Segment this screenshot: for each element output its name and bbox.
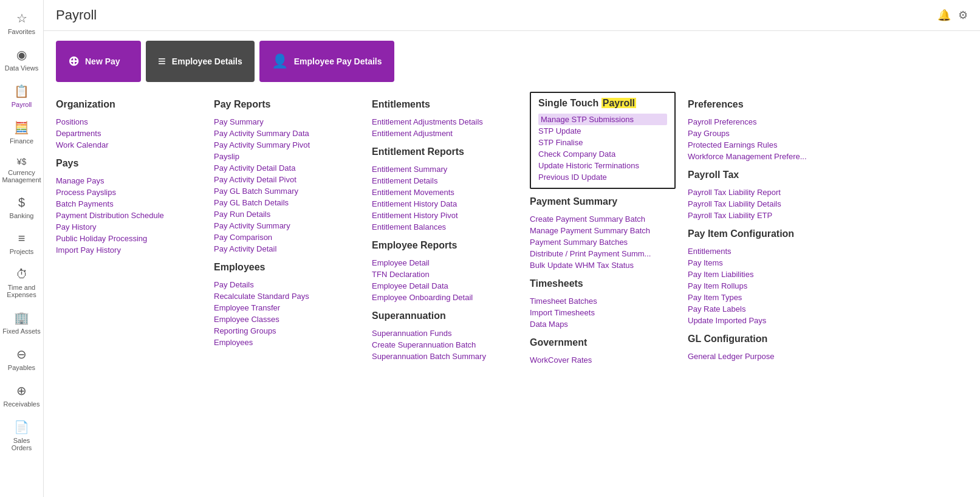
section-title-superannuation: Superannuation bbox=[372, 310, 518, 321]
link-public-holiday[interactable]: Public Holiday Processing bbox=[56, 233, 202, 244]
link-previous-id-update[interactable]: Previous ID Update bbox=[538, 171, 667, 183]
link-pay-activity-detail-pivot[interactable]: Pay Activity Detail Pivot bbox=[214, 174, 360, 185]
new-pay-icon: ⊕ bbox=[68, 53, 79, 69]
link-pay-rate-labels[interactable]: Pay Rate Labels bbox=[688, 303, 834, 315]
sidebar-item-finance[interactable]: 🧮 Finance bbox=[0, 114, 43, 151]
link-pay-items[interactable]: Pay Items bbox=[688, 257, 834, 269]
sidebar-item-favorites[interactable]: ☆ Favorites bbox=[0, 5, 43, 41]
notification-icon[interactable]: 🔔 bbox=[937, 9, 951, 22]
payables-icon: ⊖ bbox=[16, 347, 27, 362]
link-pay-history[interactable]: Pay History bbox=[56, 221, 202, 233]
link-import-pay-history[interactable]: Import Pay History bbox=[56, 244, 202, 256]
link-protected-earnings-rules[interactable]: Protected Earnings Rules bbox=[688, 139, 834, 151]
link-payroll-tax-liability-details[interactable]: Payroll Tax Liability Details bbox=[688, 198, 834, 210]
link-workcover-rates[interactable]: WorkCover Rates bbox=[530, 354, 676, 366]
link-data-maps[interactable]: Data Maps bbox=[530, 318, 676, 330]
link-pay-activity-summary[interactable]: Pay Activity Summary bbox=[214, 220, 360, 231]
link-pay-groups[interactable]: Pay Groups bbox=[688, 128, 834, 139]
link-update-imported-pays[interactable]: Update Imported Pays bbox=[688, 315, 834, 326]
link-pay-activity-summary-data[interactable]: Pay Activity Summary Data bbox=[214, 128, 360, 139]
link-pay-item-liabilities[interactable]: Pay Item Liabilities bbox=[688, 269, 834, 280]
link-entitlement-balances[interactable]: Entitlement Balances bbox=[372, 221, 518, 233]
link-pay-run-details[interactable]: Pay Run Details bbox=[214, 208, 360, 220]
stp-highlight: Payroll bbox=[601, 98, 636, 108]
link-payroll-tax-liability-etp[interactable]: Payroll Tax Liability ETP bbox=[688, 210, 834, 221]
link-distribute-print-payment[interactable]: Distribute / Print Payment Summ... bbox=[530, 248, 676, 259]
link-pay-item-types[interactable]: Pay Item Types bbox=[688, 292, 834, 303]
link-employee-detail[interactable]: Employee Detail bbox=[372, 257, 518, 269]
link-entitlement-movements[interactable]: Entitlement Movements bbox=[372, 187, 518, 198]
link-process-payslips[interactable]: Process Payslips bbox=[56, 187, 202, 198]
link-manage-stp-submissions[interactable]: Manage STP Submissions bbox=[538, 114, 667, 125]
employee-details-button[interactable]: ≡ Employee Details bbox=[146, 41, 255, 82]
link-manage-payment-summary-batch[interactable]: Manage Payment Summary Batch bbox=[530, 225, 676, 236]
link-bulk-update-whm[interactable]: Bulk Update WHM Tax Status bbox=[530, 259, 676, 271]
link-create-payment-summary-batch[interactable]: Create Payment Summary Batch bbox=[530, 213, 676, 225]
link-reporting-groups[interactable]: Reporting Groups bbox=[214, 325, 360, 337]
sidebar-item-label: Fixed Assets bbox=[2, 327, 40, 335]
link-stp-finalise[interactable]: STP Finalise bbox=[538, 137, 667, 148]
stp-box: Single Touch Payroll Manage STP Submissi… bbox=[530, 92, 676, 189]
link-create-super-batch[interactable]: Create Superannuation Batch bbox=[372, 339, 518, 351]
link-import-timesheets[interactable]: Import Timesheets bbox=[530, 307, 676, 318]
link-pay-comparison[interactable]: Pay Comparison bbox=[214, 231, 360, 243]
link-entitlement-summary[interactable]: Entitlement Summary bbox=[372, 163, 518, 175]
sidebar-item-payables[interactable]: ⊖ Payables bbox=[0, 341, 43, 377]
link-pay-gl-batch-details[interactable]: Pay GL Batch Details bbox=[214, 197, 360, 208]
link-payroll-tax-liability-report[interactable]: Payroll Tax Liability Report bbox=[688, 187, 834, 198]
link-payment-summary-batches[interactable]: Payment Summary Batches bbox=[530, 236, 676, 248]
link-tfn-declaration[interactable]: TFN Declaration bbox=[372, 269, 518, 280]
link-super-funds[interactable]: Superannuation Funds bbox=[372, 327, 518, 339]
link-employee-onboarding[interactable]: Employee Onboarding Detail bbox=[372, 292, 518, 303]
section-title-employees: Employees bbox=[214, 262, 360, 273]
sidebar-item-currency[interactable]: ¥$ Currency Management bbox=[0, 151, 43, 190]
link-pic-entitlements[interactable]: Entitlements bbox=[688, 245, 834, 257]
link-pay-activity-detail-data[interactable]: Pay Activity Detail Data bbox=[214, 162, 360, 174]
link-payroll-preferences[interactable]: Payroll Preferences bbox=[688, 116, 834, 128]
link-employee-detail-data[interactable]: Employee Detail Data bbox=[372, 280, 518, 292]
link-positions[interactable]: Positions bbox=[56, 116, 202, 128]
link-pay-summary[interactable]: Pay Summary bbox=[214, 116, 360, 128]
link-pay-item-rollups[interactable]: Pay Item Rollups bbox=[688, 280, 834, 292]
sidebar-item-projects[interactable]: ≡ Projects bbox=[0, 225, 43, 261]
link-stp-update[interactable]: STP Update bbox=[538, 125, 667, 137]
link-general-ledger-purpose[interactable]: General Ledger Purpose bbox=[688, 351, 834, 362]
link-employees[interactable]: Employees bbox=[214, 337, 360, 348]
sidebar: ☆ Favorites ◉ Data Views 📋 Payroll 🧮 Fin… bbox=[0, 0, 44, 497]
link-entitlement-adjustment[interactable]: Entitlement Adjustment bbox=[372, 128, 518, 139]
link-payslip[interactable]: Payslip bbox=[214, 151, 360, 162]
link-check-company-data[interactable]: Check Company Data bbox=[538, 148, 667, 160]
link-batch-payments[interactable]: Batch Payments bbox=[56, 198, 202, 210]
link-workforce-management[interactable]: Workforce Management Prefere... bbox=[688, 151, 834, 162]
new-pay-button[interactable]: ⊕ New Pay bbox=[56, 41, 141, 82]
link-timesheet-batches[interactable]: Timesheet Batches bbox=[530, 295, 676, 307]
link-work-calendar[interactable]: Work Calendar bbox=[56, 139, 202, 151]
sidebar-item-banking[interactable]: $ Banking bbox=[0, 190, 43, 225]
sidebar-item-label: Favorites bbox=[8, 28, 35, 35]
link-employee-transfer[interactable]: Employee Transfer bbox=[214, 302, 360, 314]
link-pay-details[interactable]: Pay Details bbox=[214, 279, 360, 290]
link-pay-activity-detail[interactable]: Pay Activity Detail bbox=[214, 243, 360, 255]
link-employee-classes[interactable]: Employee Classes bbox=[214, 314, 360, 325]
employee-pay-details-button[interactable]: 👤 Employee Pay Details bbox=[259, 41, 394, 82]
link-pay-activity-summary-pivot[interactable]: Pay Activity Summary Pivot bbox=[214, 139, 360, 151]
sidebar-item-time-expenses[interactable]: ⏱ Time and Expenses bbox=[0, 261, 43, 304]
link-entitlement-history-data[interactable]: Entitlement History Data bbox=[372, 198, 518, 210]
link-super-batch-summary[interactable]: Superannuation Batch Summary bbox=[372, 351, 518, 362]
link-entitlement-details[interactable]: Entitlement Details bbox=[372, 175, 518, 187]
sidebar-item-payroll[interactable]: 📋 Payroll bbox=[0, 78, 43, 114]
link-entitlement-history-pivot[interactable]: Entitlement History Pivot bbox=[372, 210, 518, 221]
link-payment-distribution[interactable]: Payment Distribution Schedule bbox=[56, 210, 202, 221]
sidebar-item-receivables[interactable]: ⊕ Receivables bbox=[0, 377, 43, 414]
link-manage-pays[interactable]: Manage Pays bbox=[56, 175, 202, 187]
link-entitlement-adj-details[interactable]: Entitlement Adjustments Details bbox=[372, 116, 518, 128]
settings-icon[interactable]: ⚙ bbox=[958, 9, 968, 22]
link-update-historic-terminations[interactable]: Update Historic Terminations bbox=[538, 160, 667, 171]
link-recalculate-standard-pays[interactable]: Recalculate Standard Pays bbox=[214, 290, 360, 302]
sidebar-item-label: Finance bbox=[10, 137, 33, 145]
sidebar-item-sales-orders[interactable]: 📄 Sales Orders bbox=[0, 414, 43, 458]
sidebar-item-fixed-assets[interactable]: 🏢 Fixed Assets bbox=[0, 304, 43, 341]
link-departments[interactable]: Departments bbox=[56, 128, 202, 139]
link-pay-gl-batch-summary[interactable]: Pay GL Batch Summary bbox=[214, 185, 360, 197]
sidebar-item-data-views[interactable]: ◉ Data Views bbox=[0, 41, 43, 78]
